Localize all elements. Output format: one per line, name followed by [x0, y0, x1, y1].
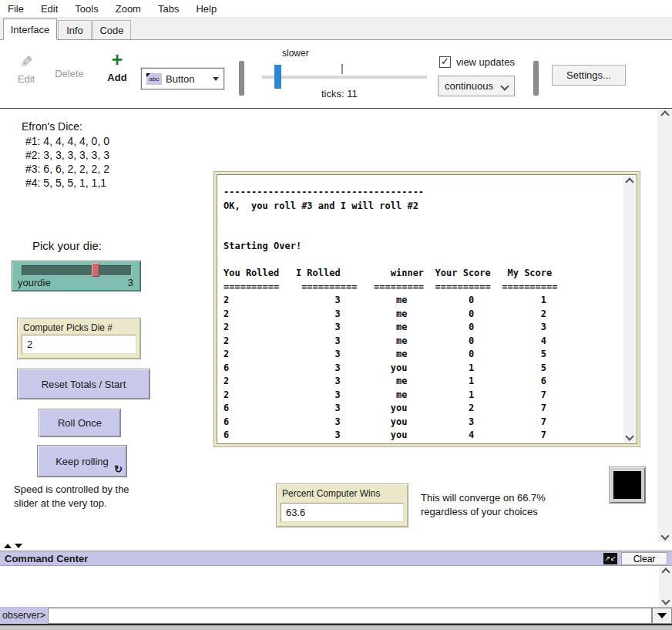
delete-widget-button[interactable]: Delete	[49, 53, 89, 79]
detach-icon[interactable]: ↗↙	[603, 553, 617, 564]
reset-totals-label: Reset Totals / Start	[42, 379, 126, 390]
converge-note-line2: regardless of your choices	[421, 506, 538, 517]
widget-type-value: Button	[166, 73, 209, 85]
triangle-down-icon	[657, 613, 667, 618]
command-output-scrollbar[interactable]	[659, 566, 672, 607]
edit-widget-button[interactable]: ✎ Edit	[9, 52, 43, 85]
history-dropdown-button[interactable]	[652, 608, 672, 624]
percent-wins-monitor: Percent Computer Wins 63.6	[276, 483, 408, 527]
output-text: ------------------------------------ OK,…	[223, 186, 557, 443]
tab-interface[interactable]: Interface	[3, 19, 57, 40]
keep-rolling-label: Keep rolling	[55, 456, 109, 467]
menu-item-help[interactable]: Help	[196, 3, 217, 15]
splitter-up-icon[interactable]	[4, 544, 12, 548]
pencil-icon: ✎	[17, 56, 35, 68]
command-center-output	[0, 566, 672, 608]
ticks-counter: ticks: 11	[321, 88, 358, 99]
keep-rolling-button[interactable]: Keep rolling ↻	[37, 445, 127, 477]
roll-once-button[interactable]: Roll Once	[39, 409, 121, 437]
yourdie-value: 3	[128, 277, 133, 288]
speed-slider-thumb[interactable]	[274, 65, 281, 89]
menu-item-tools[interactable]: Tools	[75, 3, 98, 15]
percent-wins-label: Percent Computer Wins	[282, 488, 380, 499]
forever-icon: ↻	[114, 463, 123, 475]
command-center-title: Command Center	[5, 553, 88, 564]
netlogo-window: File Edit Tools Zoom Tabs Help Interface…	[0, 0, 672, 630]
menu-item-file[interactable]: File	[8, 3, 24, 15]
speed-slider-track[interactable]	[262, 76, 427, 79]
dice-note-line: #1: 4, 4, 4, 4, 0, 0	[25, 135, 109, 147]
plus-icon: +	[112, 49, 123, 70]
chevron-down-icon	[213, 77, 219, 81]
view-updates-checkbox[interactable]: ✓	[439, 56, 451, 68]
computer-die-monitor-label: Computer Picks Die #	[23, 322, 113, 333]
clear-button[interactable]: Clear	[621, 552, 667, 565]
menu-item-zoom[interactable]: Zoom	[116, 3, 141, 15]
slower-label: slower	[282, 48, 309, 59]
command-input-row: observer>	[0, 608, 672, 624]
view-updates-label: view updates	[456, 56, 515, 68]
pick-die-label: Pick your die:	[32, 239, 102, 252]
tab-bar: Interface Info Code	[0, 18, 672, 40]
edit-label: Edit	[9, 73, 43, 85]
update-mode-value: continuous	[445, 80, 493, 92]
widget-type-dropdown[interactable]: abc Button	[141, 68, 224, 89]
command-center-splitter[interactable]	[0, 542, 672, 551]
converge-note-line1: This will converge on 66.7%	[421, 492, 546, 504]
speed-slider-tick	[341, 64, 343, 74]
settings-button[interactable]: Settings...	[552, 65, 626, 86]
computer-die-monitor-value: 2	[22, 335, 136, 354]
reset-totals-button[interactable]: Reset Totals / Start	[17, 369, 150, 399]
output-area: ------------------------------------ OK,…	[217, 174, 637, 444]
scroll-up-button[interactable]	[657, 109, 672, 121]
observer-prompt: observer>	[0, 608, 48, 624]
yourdie-slider[interactable]: yourdie 3	[12, 261, 141, 291]
toolbar-separator	[239, 61, 244, 96]
slider-groove	[22, 265, 132, 276]
menu-item-edit[interactable]: Edit	[41, 3, 58, 15]
command-center-header: Command Center ↗↙ Clear	[0, 551, 672, 566]
tab-info[interactable]: Info	[58, 20, 92, 39]
world-view	[609, 467, 646, 504]
scroll-down-button[interactable]	[659, 595, 672, 607]
toolbar-separator	[533, 61, 539, 96]
check-icon: ✓	[441, 56, 449, 67]
tab-code[interactable]: Code	[92, 20, 131, 39]
window-bottom-edge	[0, 624, 672, 630]
output-widget: ------------------------------------ OK,…	[213, 171, 640, 447]
dice-note-line: #3: 6, 6, 2, 2, 2, 2	[25, 163, 109, 175]
scroll-down-button[interactable]	[623, 430, 636, 443]
dice-note-line: #4: 5, 5, 5, 1, 1,1	[25, 177, 106, 189]
update-mode-dropdown[interactable]: continuous	[438, 76, 515, 96]
chevron-down-icon	[500, 82, 509, 90]
dice-note-line: #2: 3, 3, 3, 3, 3, 3	[25, 149, 109, 161]
button-widget-icon: abc	[146, 73, 162, 85]
menu-bar: File Edit Tools Zoom Tabs Help	[0, 0, 672, 18]
splitter-down-icon[interactable]	[15, 544, 22, 548]
yourdie-slider-thumb[interactable]	[92, 263, 99, 277]
toolbar: ✎ Edit Delete + Add abc Button slower ti…	[0, 40, 672, 109]
canvas-scrollbar[interactable]	[657, 109, 672, 542]
yourdie-name: yourdie	[18, 277, 51, 288]
scroll-down-button[interactable]	[657, 530, 672, 542]
scroll-up-button[interactable]	[623, 176, 636, 188]
speed-note-line2: slider at the very top.	[14, 497, 107, 509]
delete-label: Delete	[49, 68, 89, 79]
percent-wins-value: 63.6	[281, 503, 404, 522]
world-view-canvas	[613, 471, 641, 499]
scroll-up-button[interactable]	[659, 566, 672, 578]
output-scrollbar[interactable]	[623, 176, 636, 443]
menu-item-tabs[interactable]: Tabs	[158, 3, 179, 15]
command-input[interactable]	[48, 608, 652, 624]
add-widget-button[interactable]: + Add	[100, 52, 134, 83]
dice-note-title: Efron's Dice:	[22, 120, 82, 133]
add-label: Add	[100, 72, 134, 83]
roll-once-label: Roll Once	[58, 417, 102, 429]
computer-die-monitor: Computer Picks Die # 2	[17, 318, 141, 359]
speed-note-line1: Speed is controlled by the	[14, 483, 129, 495]
